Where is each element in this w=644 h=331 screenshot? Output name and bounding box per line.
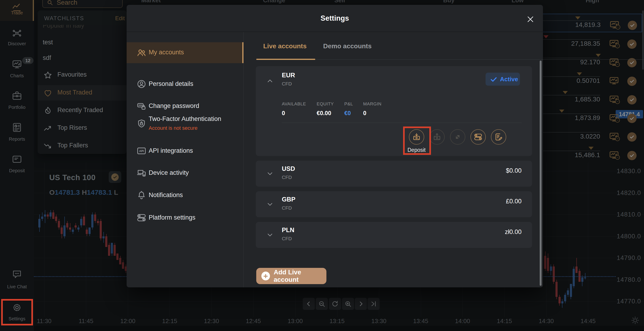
trading-app: US Tech 100 O14781.3 H14783.1 L 14830.01… <box>0 0 644 331</box>
account-type: CFD <box>282 205 292 211</box>
settings-nav-my-accounts[interactable]: My accounts <box>126 42 244 63</box>
modal-scrollbar[interactable] <box>540 61 542 286</box>
account-currency: PLN <box>282 227 294 234</box>
tab-live-accounts[interactable]: Live accounts <box>263 42 307 50</box>
chevron-up-icon[interactable] <box>266 77 274 85</box>
person-icon <box>136 79 146 89</box>
settings-nav-api-integrations[interactable]: APIAPI integrations <box>126 142 244 160</box>
nav-item-label: Change password <box>149 102 199 110</box>
stat-available: AVAILABLE0 <box>282 101 306 116</box>
account-card-eur[interactable]: EUR CFD Active AVAILABLE0EQUITY€0.00P&L€… <box>256 66 532 156</box>
account-balance: $0.00 <box>506 167 522 174</box>
account-currency: GBP <box>282 196 296 203</box>
settings-nav-platform-settings[interactable]: Platform settings <box>126 208 244 227</box>
nav-item-label: Device activity <box>149 169 189 176</box>
account-currency: USD <box>282 165 295 172</box>
password-icon <box>136 101 146 111</box>
card-divider <box>282 123 522 123</box>
settings-annotation-rectangle <box>1 299 33 326</box>
chevron-down-icon[interactable] <box>266 169 274 177</box>
modal-header: Settings <box>126 5 543 32</box>
nav-item-warning: Account is not secure <box>149 125 198 131</box>
transfer-button <box>450 129 465 145</box>
active-tab-underline <box>256 59 315 60</box>
api-icon: API <box>136 146 146 156</box>
nav-item-label: Two-Factor Authentication <box>149 115 221 123</box>
account-card-usd[interactable]: USDCFD$0.00 <box>256 161 532 187</box>
withdraw-button <box>429 129 445 145</box>
nav-item-label: My accounts <box>149 49 184 56</box>
shield-lock-icon <box>136 119 146 129</box>
check-icon <box>490 75 498 83</box>
toggles-icon <box>136 213 146 223</box>
accounts-tabs: Live accountsDemo accounts <box>256 32 543 61</box>
account-currency: EUR <box>282 72 295 79</box>
account-type: CFD <box>282 81 292 87</box>
add-live-account-button[interactable]: + Add Live account <box>256 268 326 284</box>
account-card-gbp[interactable]: GBPCFD£0.00 <box>256 191 532 217</box>
settings-nav-device-activity[interactable]: Device activity <box>126 164 244 182</box>
bell-icon <box>136 190 146 200</box>
manage-button[interactable] <box>470 129 486 145</box>
modal-title: Settings <box>126 14 543 22</box>
edit-note-icon <box>494 132 503 142</box>
account-balance: £0.00 <box>506 198 522 205</box>
chevron-down-icon[interactable] <box>266 231 274 239</box>
nav-item-label: Notifications <box>149 192 183 199</box>
devices-icon <box>136 168 146 178</box>
nav-item-label: Personal details <box>149 80 193 87</box>
account-card-pln[interactable]: PLNCFDzł0.00 <box>256 222 532 248</box>
nav-item-label: API integrations <box>149 147 193 154</box>
settings-nav-personal-details[interactable]: Personal details <box>126 75 244 93</box>
transfer-icon <box>453 132 462 142</box>
settings-modal: Settings My accountsPersonal detailsChan… <box>126 5 543 287</box>
people-icon <box>136 47 146 58</box>
account-balance: zł0.00 <box>505 228 522 236</box>
stat-equity: EQUITY€0.00 <box>317 101 334 116</box>
stat-pl: P&L€0 <box>344 101 353 116</box>
stat-margin: MARGIN0 <box>363 101 382 116</box>
tab-demo-accounts[interactable]: Demo accounts <box>323 42 372 50</box>
account-type: CFD <box>282 175 292 180</box>
toggles-icon <box>474 132 483 142</box>
nav-item-label: Platform settings <box>149 214 196 221</box>
withdraw-out-icon <box>432 132 442 142</box>
status-badge-active: Active <box>486 73 520 86</box>
deposit-annotation-rectangle <box>403 126 431 155</box>
svg-text:API: API <box>139 149 144 153</box>
settings-nav: My accountsPersonal detailsChange passwo… <box>126 32 244 287</box>
plus-circle-icon: + <box>261 272 270 280</box>
chevron-down-icon[interactable] <box>266 200 274 208</box>
settings-nav-notifications[interactable]: Notifications <box>126 186 244 205</box>
settings-nav-two-factor-authentication[interactable]: Two-Factor AuthenticationAccount is not … <box>126 112 244 138</box>
statement-button[interactable] <box>491 129 506 145</box>
account-type: CFD <box>282 236 292 241</box>
close-icon[interactable] <box>526 15 534 23</box>
